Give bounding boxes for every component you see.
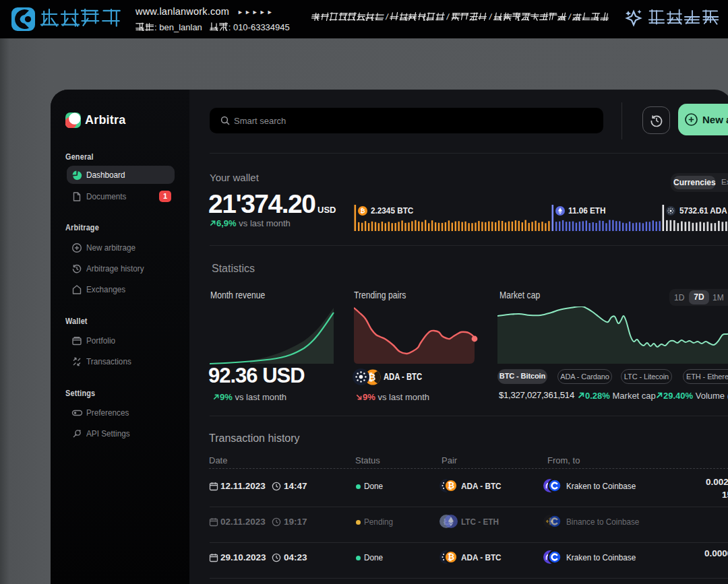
- svg-text:₿: ₿: [448, 552, 454, 562]
- svg-text:₿: ₿: [448, 481, 454, 490]
- svg-text:₿: ₿: [360, 207, 365, 214]
